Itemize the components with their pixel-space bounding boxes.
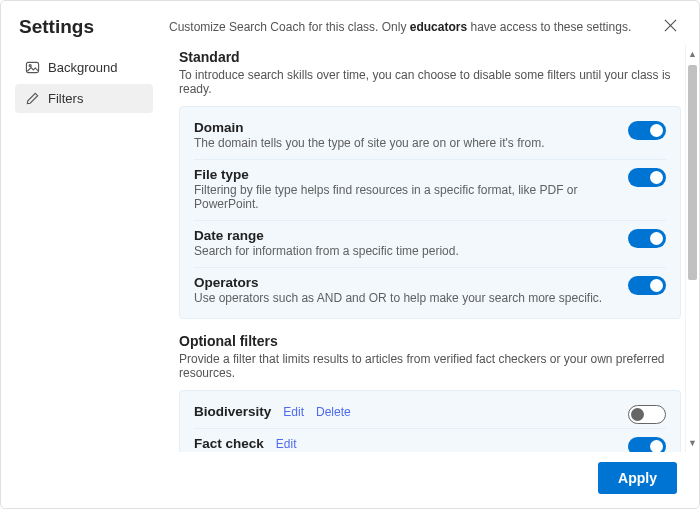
filter-row-biodiversity: Biodiversity Edit Delete <box>194 397 666 428</box>
apply-button[interactable]: Apply <box>598 462 677 494</box>
filter-row-operators: Operators Use operators such as AND and … <box>194 267 666 314</box>
scroll-area: Standard To introduce search skills over… <box>161 45 685 452</box>
row-title: Operators <box>194 275 259 290</box>
row-title: File type <box>194 167 249 182</box>
sidebar-item-label: Background <box>48 60 117 75</box>
toggle-operators[interactable] <box>628 276 666 295</box>
row-title: Domain <box>194 120 244 135</box>
optional-card: Biodiversity Edit Delete Fact check Edit… <box>179 390 681 452</box>
toggle-daterange[interactable] <box>628 229 666 248</box>
delete-link[interactable]: Delete <box>316 405 351 419</box>
filter-row-domain: Domain The domain tells you the type of … <box>194 113 666 159</box>
page-subtitle: Customize Search Coach for this class. O… <box>169 20 660 34</box>
scroll-up-icon[interactable]: ▲ <box>686 47 699 61</box>
main: Standard To introduce search skills over… <box>161 45 699 452</box>
row-desc: Use operators such as AND and OR to help… <box>194 291 666 305</box>
header: Settings Customize Search Coach for this… <box>1 1 699 45</box>
filter-row-filetype: File type Filtering by file type helps f… <box>194 159 666 220</box>
scrollbar[interactable]: ▲ ▼ <box>685 45 699 452</box>
footer: Apply <box>1 452 699 508</box>
standard-card: Domain The domain tells you the type of … <box>179 106 681 319</box>
sidebar-item-label: Filters <box>48 91 83 106</box>
sidebar-item-background[interactable]: Background <box>15 53 153 82</box>
scroll-down-icon[interactable]: ▼ <box>686 436 699 450</box>
section-desc-standard: To introduce search skills over time, yo… <box>179 68 681 96</box>
row-desc: Search for information from a specific t… <box>194 244 666 258</box>
toggle-biodiversity[interactable] <box>628 405 666 424</box>
section-desc-optional: Provide a filter that limits results to … <box>179 352 681 380</box>
sidebar: Background Filters <box>1 45 161 452</box>
row-desc: Filtering by file type helps find resour… <box>194 183 666 211</box>
row-title: Fact check <box>194 436 264 451</box>
toggle-knob <box>650 124 663 137</box>
svg-point-1 <box>29 65 31 67</box>
edit-link[interactable]: Edit <box>283 405 304 419</box>
section-title-optional: Optional filters <box>179 333 681 349</box>
toggle-domain[interactable] <box>628 121 666 140</box>
toggle-factcheck[interactable] <box>628 437 666 452</box>
body: Background Filters Standard To introduce… <box>1 45 699 452</box>
toggle-knob <box>650 171 663 184</box>
edit-link[interactable]: Edit <box>276 437 297 451</box>
close-icon <box>664 19 677 32</box>
toggle-knob <box>650 279 663 292</box>
toggle-knob <box>631 408 644 421</box>
toggle-filetype[interactable] <box>628 168 666 187</box>
row-desc: The domain tells you the type of site yo… <box>194 136 666 150</box>
toggle-knob <box>650 440 663 452</box>
filter-row-daterange: Date range Search for information from a… <box>194 220 666 267</box>
sidebar-item-filters[interactable]: Filters <box>15 84 153 113</box>
toggle-knob <box>650 232 663 245</box>
pencil-icon <box>25 91 40 106</box>
row-title: Date range <box>194 228 264 243</box>
scrollbar-thumb[interactable] <box>688 65 697 280</box>
section-title-standard: Standard <box>179 49 681 65</box>
page-title: Settings <box>19 16 169 38</box>
settings-window: Settings Customize Search Coach for this… <box>0 0 700 509</box>
filter-row-factcheck: Fact check Edit Discover what profession… <box>194 428 666 452</box>
close-button[interactable] <box>660 15 681 39</box>
row-title: Biodiversity <box>194 404 271 419</box>
image-icon <box>25 60 40 75</box>
